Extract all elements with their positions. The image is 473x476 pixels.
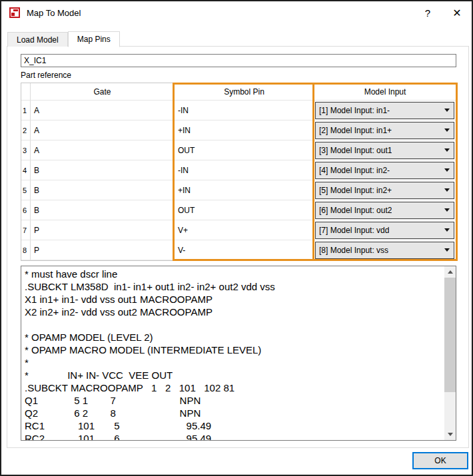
table-row: 3 A OUT [3] Model Input: out1 <box>21 140 456 160</box>
row-number: 3 <box>21 140 31 160</box>
map-to-model-dialog: Map To Model ? ✕ Load Model Map Pins Par… <box>0 0 473 476</box>
gate-cell: B <box>31 160 175 180</box>
header-symbol-pin: Symbol Pin <box>175 83 314 101</box>
row-number: 2 <box>21 120 31 140</box>
help-button[interactable]: ? <box>413 1 442 24</box>
part-reference-label: Part reference <box>21 71 71 80</box>
map-pins-panel: Part reference Gate Symbol Pin Model Inp… <box>7 46 469 448</box>
model-input-dropdown[interactable]: [4] Model Input: in2- <box>315 162 454 179</box>
model-input-cell: [4] Model Input: in2- <box>314 160 456 180</box>
symbol-pin-cell: V- <box>175 240 314 260</box>
app-icon <box>9 7 20 18</box>
title-bar-buttons: ? ✕ <box>413 1 472 24</box>
chevron-down-icon <box>444 148 450 152</box>
table-row: 6 B OUT [6] Model Input: out2 <box>21 200 456 220</box>
vertical-scrollbar[interactable] <box>444 266 456 440</box>
ok-button[interactable]: OK <box>412 452 468 469</box>
symbol-pin-cell: OUT <box>175 200 314 220</box>
model-input-value: [2] Model Input: in1+ <box>319 126 392 135</box>
model-input-value: [6] Model Input: out2 <box>319 206 392 215</box>
gate-cell: A <box>31 120 175 140</box>
gate-cell: A <box>31 101 175 120</box>
model-input-cell: [2] Model Input: in1+ <box>314 120 456 140</box>
scrollbar-up-icon[interactable] <box>444 266 456 278</box>
row-number: 4 <box>21 160 31 180</box>
symbol-pin-cell: OUT <box>175 140 314 160</box>
model-input-dropdown[interactable]: [8] Model Input: vss <box>315 242 454 259</box>
table-row: 2 A +IN [2] Model Input: in1+ <box>21 120 456 140</box>
symbol-pin-cell: -IN <box>175 160 314 180</box>
tab-map-pins[interactable]: Map Pins <box>68 31 120 47</box>
model-input-value: [4] Model Input: in2- <box>319 166 390 175</box>
gate-cell: A <box>31 140 175 160</box>
close-button[interactable]: ✕ <box>442 1 472 24</box>
table-row: 1 A -IN [1] Model Input: in1- <box>21 101 456 120</box>
chevron-down-icon <box>444 128 450 132</box>
symbol-pin-cell: -IN <box>175 101 314 120</box>
model-input-value: [5] Model Input: in2+ <box>319 186 392 195</box>
model-input-value: [8] Model Input: vss <box>319 246 388 255</box>
model-input-cell: [5] Model Input: in2+ <box>314 180 456 200</box>
row-number: 8 <box>21 240 31 260</box>
row-number: 7 <box>21 220 31 240</box>
row-number: 1 <box>21 101 31 120</box>
title-bar: Map To Model ? ✕ <box>1 1 472 24</box>
model-input-dropdown[interactable]: [7] Model Input: vdd <box>315 222 454 239</box>
window-title: Map To Model <box>27 8 81 18</box>
chevron-down-icon <box>444 228 450 232</box>
model-input-cell: [6] Model Input: out2 <box>314 200 456 220</box>
model-input-cell: [1] Model Input: in1- <box>314 101 456 120</box>
header-blank <box>21 83 31 101</box>
symbol-pin-cell: +IN <box>175 120 314 140</box>
symbol-pin-cell: +IN <box>175 180 314 200</box>
model-netlist-box: * must have dscr line .SUBCKT LM358D in1… <box>21 266 456 441</box>
chevron-down-icon <box>444 109 450 112</box>
gate-cell: B <box>31 200 175 220</box>
pin-table: Gate Symbol Pin Model Input 1 A -IN [1] … <box>21 83 456 261</box>
header-model-input: Model Input <box>314 83 456 101</box>
tab-strip: Load Model Map Pins <box>7 31 120 47</box>
model-input-value: [7] Model Input: vdd <box>319 226 389 235</box>
chevron-down-icon <box>444 188 450 192</box>
model-input-cell: [7] Model Input: vdd <box>314 220 456 240</box>
model-input-cell: [3] Model Input: out1 <box>314 140 456 160</box>
gate-cell: P <box>31 220 175 240</box>
model-input-dropdown[interactable]: [3] Model Input: out1 <box>315 142 454 159</box>
table-row: 8 P V- [8] Model Input: vss <box>21 240 456 260</box>
chevron-down-icon <box>444 248 450 252</box>
model-netlist-text[interactable]: * must have dscr line .SUBCKT LM358D in1… <box>21 266 444 440</box>
scrollbar-down-icon[interactable] <box>444 429 456 440</box>
model-input-value: [1] Model Input: in1- <box>319 106 390 115</box>
gate-cell: B <box>31 180 175 200</box>
chevron-down-icon <box>444 208 450 212</box>
symbol-pin-cell: V+ <box>175 220 314 240</box>
table-header-row: Gate Symbol Pin Model Input <box>21 83 456 101</box>
table-row: 4 B -IN [4] Model Input: in2- <box>21 160 456 180</box>
header-gate: Gate <box>31 83 175 101</box>
scrollbar-thumb[interactable] <box>444 278 456 392</box>
row-number: 6 <box>21 200 31 220</box>
table-row: 5 B +IN [5] Model Input: in2+ <box>21 180 456 200</box>
tab-load-model[interactable]: Load Model <box>7 32 68 47</box>
model-input-dropdown[interactable]: [6] Model Input: out2 <box>315 202 454 219</box>
model-input-dropdown[interactable]: [1] Model Input: in1- <box>315 102 454 119</box>
chevron-down-icon <box>444 168 450 172</box>
model-input-cell: [8] Model Input: vss <box>314 240 456 260</box>
model-input-dropdown[interactable]: [5] Model Input: in2+ <box>315 182 454 199</box>
table-row: 7 P V+ [7] Model Input: vdd <box>21 220 456 240</box>
gate-cell: P <box>31 240 175 260</box>
model-input-value: [3] Model Input: out1 <box>319 146 392 155</box>
row-number: 5 <box>21 180 31 200</box>
part-reference-input[interactable] <box>21 54 456 67</box>
model-input-dropdown[interactable]: [2] Model Input: in1+ <box>315 122 454 139</box>
